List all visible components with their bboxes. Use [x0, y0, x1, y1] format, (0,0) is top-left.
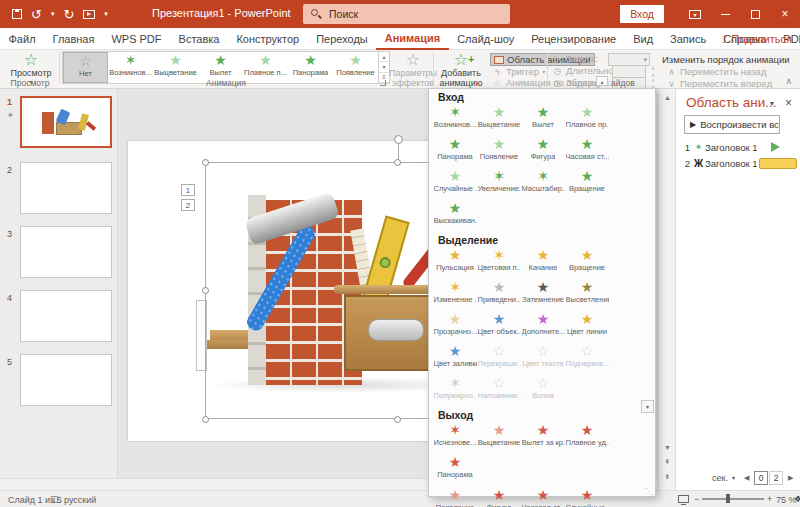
selection-handle-top-middle[interactable] [394, 159, 401, 166]
maximize-button[interactable] [740, 0, 770, 28]
animation-effect-item[interactable]: ★ Появление [433, 487, 477, 507]
ribbon-tab[interactable]: Рецензирование [523, 28, 625, 50]
selection-handle-bottom-left[interactable] [202, 416, 209, 423]
animation-effect-item[interactable]: ★ Фигура [477, 487, 521, 507]
zoom-slider-track[interactable] [702, 498, 764, 500]
customize-qat-caret-icon[interactable]: ▾ [104, 10, 108, 18]
animation-effect-item[interactable]: ★ Пульсация [433, 247, 477, 279]
animation-effect-item[interactable]: ★ Вращение [565, 168, 609, 200]
animation-effect-item[interactable]: ★ Затемнение [521, 279, 565, 311]
animation-effect-item[interactable]: ★ Появление [477, 136, 521, 168]
search-input[interactable]: Поиск [303, 4, 510, 24]
animation-effect-item[interactable]: ★ Плавное пр... [565, 104, 609, 136]
slide-thumbnail-1[interactable] [20, 96, 112, 148]
slide-thumbnail-3[interactable] [20, 226, 112, 278]
zoom-out-icon[interactable]: − [694, 494, 699, 504]
animation-effect-item[interactable]: ★ Панорама [433, 136, 477, 168]
previous-slide-icon[interactable]: ⇞ [661, 455, 674, 468]
animation-effect-item[interactable]: ★ Цвет заливки [433, 343, 477, 375]
animation-effect-item[interactable]: ★ Панорама [433, 454, 477, 486]
signin-button[interactable]: Вход [620, 5, 664, 23]
gallery-scroll-up-icon[interactable]: ▴ [379, 52, 389, 62]
scroll-up-icon[interactable]: ▲ [661, 91, 674, 104]
animation-effect-item[interactable]: ★ Высветление [565, 279, 609, 311]
ribbon-tab[interactable]: Вставка [170, 28, 228, 50]
add-animation-button[interactable]: ☆+ Добавить анимацию [436, 51, 486, 88]
start-slideshow-icon[interactable] [83, 10, 95, 19]
slide-thumbnail-4[interactable] [20, 290, 112, 342]
undo-caret-icon[interactable]: ▾ [51, 10, 55, 18]
animation-effect-item[interactable]: ★ Прозрачно... [433, 311, 477, 343]
close-button[interactable]: × [770, 0, 800, 28]
selection-handle-top-left[interactable] [202, 159, 209, 166]
scale-left-icon[interactable]: ◀ [744, 474, 749, 482]
ribbon-tab[interactable]: Файл [0, 28, 44, 50]
gallery-scroll-down-icon[interactable]: ▾ [379, 62, 389, 72]
pane-caret-icon[interactable]: ▾ [770, 99, 774, 108]
minimize-button[interactable] [710, 0, 740, 28]
animation-effect-item[interactable]: ☆ Наложение... [477, 375, 521, 407]
animation-effect-item[interactable]: ★ Цвет линии [565, 311, 609, 343]
animation-list-item-2[interactable]: 2 Ж Заголовок 1: С... [680, 155, 798, 171]
animation-effect-item[interactable]: ★ Вылет за кр... [521, 422, 565, 454]
animation-effect-item[interactable]: ☆ Подчеркив... [565, 343, 609, 375]
animation-list-item-1[interactable]: 1 ✶ Заголовок 1: С... [680, 139, 798, 155]
ribbon-tab[interactable]: Главная [44, 28, 103, 50]
animation-effect-item[interactable]: ★ Плавное уд... [565, 422, 609, 454]
ribbon-tab[interactable]: Анимация [376, 28, 448, 50]
redo-icon[interactable]: ↻ [63, 8, 74, 21]
animation-effect-item[interactable]: ★ Вылет [521, 104, 565, 136]
animation-effect-item[interactable]: ✶ Увеличение... [477, 168, 521, 200]
selection-handle-middle-left[interactable] [202, 287, 209, 294]
slideshow-view-icon[interactable] [678, 495, 689, 503]
animation-effect-item[interactable]: ☆ Перекраши... [477, 343, 521, 375]
undo-icon[interactable]: ↺ [31, 8, 42, 21]
animation-effect-item[interactable]: ★ Приведени... [477, 279, 521, 311]
collapse-ribbon-icon[interactable]: ∧ [785, 76, 792, 86]
selection-handle-bottom-middle[interactable] [394, 416, 401, 423]
animation-effect-item[interactable]: ✶ Исчезнове... [433, 422, 477, 454]
animation-effect-item[interactable]: ★ Дополните... [521, 311, 565, 343]
canvas-vertical-scrollbar[interactable]: ▲ ▼ ⇞ ⇟ [658, 89, 676, 490]
zoom-in-icon[interactable]: + [767, 494, 772, 504]
share-button[interactable]: ⤴ Поделиться [722, 28, 792, 50]
ribbon-tab[interactable]: Переходы [308, 28, 377, 50]
spellcheck-book-icon[interactable]: ◫ [50, 494, 59, 504]
ribbon-tab[interactable]: Вид [625, 28, 662, 50]
menu-scroll-down-button[interactable]: ▾ [641, 400, 654, 413]
animation-dialog-launcher-icon[interactable] [380, 80, 386, 86]
language-status[interactable]: русский [64, 495, 96, 505]
ribbon-tab[interactable]: Конструктор [228, 28, 308, 50]
animation-effect-item[interactable]: ★ Вращение [565, 247, 609, 279]
ribbon-display-options-button[interactable]: ▾ [680, 0, 710, 28]
fit-to-window-icon[interactable]: ❖ [794, 494, 800, 504]
menu-scroll-up-button[interactable]: ▴ [596, 76, 608, 86]
animation-effect-item[interactable]: ✶ Масштабир... [521, 168, 565, 200]
animation-effect-item[interactable]: ✶ Изменение ... [433, 279, 477, 311]
animation-effect-item[interactable]: ✶ Цветовая п... [477, 247, 521, 279]
seconds-caret-icon[interactable]: ▾ [732, 474, 735, 481]
animation-effect-item[interactable]: ★ Часовая ст... [521, 487, 565, 507]
animation-effect-item[interactable]: ★ Выскакиван... [433, 200, 477, 232]
save-icon[interactable] [12, 9, 22, 19]
animation-effect-item[interactable]: ★ Выцветание [477, 422, 521, 454]
animation-effect-item[interactable]: ★ Выцветание [477, 104, 521, 136]
slide-thumbnail-2[interactable] [20, 162, 112, 214]
animation-effect-item[interactable]: ☆ Цвет текста [521, 343, 565, 375]
ribbon-tab[interactable]: WPS PDF [103, 28, 170, 50]
animation-effect-item[interactable]: ☆ Волна [521, 375, 565, 407]
pane-close-icon[interactable]: × [785, 96, 792, 110]
animation-effect-item[interactable]: ★ Случайные ... [565, 487, 609, 507]
animation-effect-item[interactable]: ★ Фигура [521, 136, 565, 168]
animation-effect-item[interactable]: ★ Часовая ст... [565, 136, 609, 168]
ribbon-tab[interactable]: Слайд-шоу [449, 28, 523, 50]
animation-effect-item[interactable]: ★ Цвет объек... [477, 311, 521, 343]
slide-thumbnail-5[interactable] [20, 354, 112, 406]
play-all-button[interactable]: ▶ Воспроизвести все [684, 115, 780, 134]
menu-resize-grip-icon[interactable]: ⋱ [645, 487, 653, 496]
animation-order-badge-1[interactable]: 1 [181, 184, 195, 196]
animation-effect-item[interactable]: ✶ Возникнов... [433, 104, 477, 136]
next-slide-icon[interactable]: ⇟ [661, 470, 674, 483]
ribbon-tab[interactable]: Запись [662, 28, 715, 50]
scale-right-icon[interactable]: ▶ [788, 474, 793, 482]
